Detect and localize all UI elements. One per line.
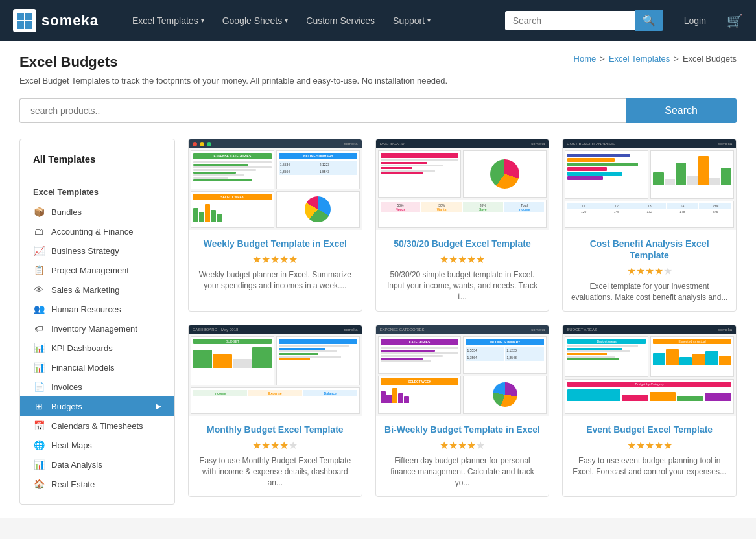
product-desc-503020: 50/30/20 simple budget template in Excel… (384, 270, 541, 302)
page-title: Excel Budgets (19, 54, 118, 71)
main-layout: All Templates Excel Templates 📦 Bundles … (19, 139, 737, 505)
product-desc-weekly: Weekly budget planner in Excel. Summariz… (196, 270, 354, 292)
product-card-event[interactable]: BUDGET AREAS someka Budget Areas (562, 325, 737, 497)
sidebar-item-real-estate[interactable]: 🏠 Real Estate (20, 474, 174, 494)
sidebar-item-project-management[interactable]: 📋 Project Management (20, 260, 174, 280)
product-stars-cost-benefit: ★★★★★ (571, 265, 728, 277)
nav-custom-services[interactable]: Custom Services (298, 10, 383, 31)
sidebar-item-budgets[interactable]: ⊞ Budgets ▶ (20, 396, 174, 416)
product-name-biweekly: Bi-Weekly Budget Template in Excel (384, 424, 541, 435)
heat-maps-icon: 🌐 (33, 440, 45, 450)
financial-icon: 📊 (33, 362, 45, 373)
product-name-cost-benefit: Cost Benefit Analysis Excel Template (571, 238, 728, 261)
accounting-icon: 🗃 (33, 226, 45, 236)
product-search-input[interactable] (19, 98, 626, 123)
bundles-icon: 📦 (33, 207, 45, 217)
breadcrumb-current: Excel Budgets (683, 54, 737, 63)
product-name-event: Event Budget Excel Template (571, 424, 728, 435)
budgets-icon: ⊞ (33, 401, 45, 411)
sidebar-item-data-analysis[interactable]: 📊 Data Analysis (20, 455, 174, 474)
nav-excel-templates-arrow: ▾ (201, 17, 204, 24)
product-info-503020: 50/30/20 Budget Excel Template ★★★★★ 50/… (376, 230, 549, 310)
page-container: Excel Budgets Home > Excel Templates > E… (0, 41, 756, 518)
breadcrumb-templates[interactable]: Excel Templates (609, 54, 670, 63)
product-info-biweekly: Bi-Weekly Budget Template in Excel ★★★★★… (376, 416, 549, 496)
business-icon: 📈 (33, 246, 45, 256)
product-info-event: Event Budget Excel Template ★★★★★ Easy t… (563, 416, 736, 485)
header-search: 🔍 (505, 10, 663, 31)
sidebar-item-calendars[interactable]: 📅 Calendars & Timesheets (20, 416, 174, 435)
sidebar-item-accounting[interactable]: 🗃 Accounting & Finance (20, 222, 174, 241)
product-image-weekly: someka EXPENSE CATEGORIES (189, 139, 362, 230)
product-image-monthly: DASHBOARD May 2018 someka BUDGET (189, 325, 362, 416)
product-image-event: BUDGET AREAS someka Budget Areas (563, 325, 736, 416)
sidebar-item-label: Bundles (51, 207, 161, 217)
logo-icon (13, 9, 36, 32)
sidebar-all-templates[interactable]: All Templates (20, 150, 174, 174)
product-stars-biweekly: ★★★★★ (384, 439, 541, 452)
login-button[interactable]: Login (676, 10, 714, 31)
page-subtitle: Excel Budget Templates to track the foot… (19, 76, 737, 86)
product-stars-monthly: ★★★★★ (196, 439, 354, 452)
kpi-icon: 📊 (33, 343, 45, 353)
product-image-503020: DASHBOARD someka (376, 139, 549, 230)
product-card-503020[interactable]: DASHBOARD someka (375, 139, 550, 312)
product-card-monthly[interactable]: DASHBOARD May 2018 someka BUDGET (188, 325, 362, 497)
breadcrumb-sep1: > (600, 54, 605, 63)
data-analysis-icon: 📊 (33, 459, 45, 470)
product-card-biweekly[interactable]: EXPENSE CATEGORIES someka CATEGORIES (375, 325, 550, 497)
product-search-button[interactable]: Search (626, 98, 737, 123)
breadcrumb: Home > Excel Templates > Excel Budgets (574, 54, 737, 63)
product-desc-biweekly: Fifteen day budget planner for personal … (384, 455, 541, 488)
nav-support[interactable]: Support ▾ (385, 10, 438, 31)
product-name-monthly: Monthly Budget Excel Template (196, 424, 354, 435)
sidebar-item-invoices[interactable]: 📄 Invoices (20, 377, 174, 396)
product-stars-503020: ★★★★★ (384, 253, 541, 266)
svg-rect-2 (17, 21, 24, 29)
cart-icon[interactable]: 🛒 (727, 13, 743, 29)
sidebar-divider (20, 179, 174, 179)
header-search-input[interactable] (505, 11, 635, 30)
calendars-icon: 📅 (33, 420, 45, 431)
product-name-503020: 50/30/20 Budget Excel Template (384, 238, 541, 249)
product-desc-cost-benefit: Excel template for your investment evalu… (571, 281, 728, 303)
sidebar: All Templates Excel Templates 📦 Bundles … (19, 139, 175, 505)
product-info-monthly: Monthly Budget Excel Template ★★★★★ Easy… (189, 416, 362, 496)
logo-text: someka (41, 12, 99, 29)
nav-excel-templates[interactable]: Excel Templates ▾ (124, 10, 212, 31)
sales-icon: 👁 (33, 284, 45, 295)
sidebar-item-kpi[interactable]: 📊 KPI Dashboards (20, 338, 174, 358)
sidebar-item-business-strategy[interactable]: 📈 Business Strategy (20, 241, 174, 260)
svg-rect-1 (25, 13, 32, 20)
sidebar-item-inventory[interactable]: 🏷 Inventory Management (20, 319, 174, 338)
product-stars-weekly: ★★★★★ (196, 253, 354, 266)
product-stars-event: ★★★★★ (571, 439, 728, 452)
product-image-biweekly: EXPENSE CATEGORIES someka CATEGORIES (376, 325, 549, 416)
hr-icon: 👥 (33, 304, 45, 314)
product-name-weekly: Weekly Budget Template in Excel (196, 238, 354, 249)
product-desc-monthly: Easy to use Monthly Budget Excel Templat… (196, 455, 354, 488)
product-info-cost-benefit: Cost Benefit Analysis Excel Template ★★★… (563, 230, 736, 311)
breadcrumb-home[interactable]: Home (574, 54, 597, 63)
svg-rect-3 (25, 21, 32, 29)
inventory-icon: 🏷 (33, 323, 45, 334)
header-search-button[interactable]: 🔍 (635, 10, 663, 31)
budgets-arrow-icon: ▶ (156, 402, 161, 411)
sidebar-item-bundles[interactable]: 📦 Bundles (20, 202, 174, 222)
nav-google-sheets[interactable]: Google Sheets ▾ (215, 10, 296, 31)
nav-support-arrow: ▾ (427, 17, 431, 24)
real-estate-icon: 🏠 (33, 479, 45, 489)
nav-google-sheets-arrow: ▾ (285, 17, 288, 24)
logo[interactable]: someka (13, 9, 99, 32)
sidebar-item-human-resources[interactable]: 👥 Human Resources (20, 299, 174, 319)
product-info-weekly: Weekly Budget Template in Excel ★★★★★ We… (189, 230, 362, 299)
product-card-weekly-budget[interactable]: someka EXPENSE CATEGORIES (188, 139, 362, 312)
sidebar-item-sales-marketing[interactable]: 👁 Sales & Marketing (20, 280, 174, 299)
breadcrumb-sep2: > (674, 54, 679, 63)
product-image-cost-benefit: COST BENEFIT ANALYSIS someka (563, 139, 736, 230)
sidebar-item-heat-maps[interactable]: 🌐 Heat Maps (20, 435, 174, 455)
product-card-cost-benefit[interactable]: COST BENEFIT ANALYSIS someka (562, 139, 737, 312)
header: someka Excel Templates ▾ Google Sheets ▾… (0, 0, 756, 41)
main-nav: Excel Templates ▾ Google Sheets ▾ Custom… (124, 10, 492, 31)
sidebar-item-financial[interactable]: 📊 Financial Models (20, 358, 174, 377)
